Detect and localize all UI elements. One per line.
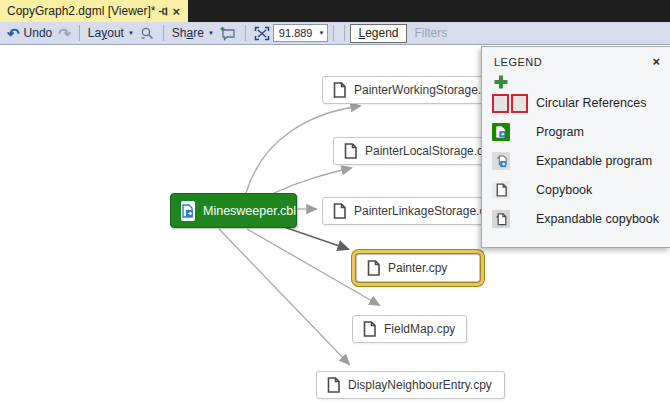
legend-title: LEGEND	[494, 56, 652, 68]
node-label: Minesweeper.cbl	[203, 204, 296, 218]
legend-item-expandable-copybook[interactable]: Expandable copybook	[492, 208, 670, 230]
graph-node-displayneighbourentry[interactable]: DisplayNeighbourEntry.cpy	[316, 371, 505, 399]
new-comment-button[interactable]	[220, 26, 237, 41]
document-tab-title: CopyGraph2.dgml [Viewer]*	[7, 4, 156, 18]
copybook-icon	[333, 203, 346, 219]
edge-minesweeper-displayneighbour	[219, 229, 349, 364]
program-icon	[181, 201, 195, 221]
expandable-copybook-icon	[492, 210, 536, 228]
legend-item-copybook[interactable]: Copybook	[492, 179, 670, 201]
zoom-combobox[interactable]: 91.889 ▼	[273, 24, 329, 42]
circular-references-icon	[492, 94, 536, 113]
legend-item-circular-references[interactable]: Circular References	[492, 92, 670, 114]
copybook-icon	[327, 377, 340, 393]
legend-item-expandable-program[interactable]: Expandable program	[492, 150, 670, 172]
legend-item-label: Expandable program	[536, 154, 652, 168]
zoom-to-code-button[interactable]	[140, 26, 155, 41]
toolbar-separator	[245, 25, 246, 41]
node-label: PainterLinkageStorage.cpy	[354, 204, 492, 218]
graph-node-minesweeper[interactable]: Minesweeper.cbl	[170, 193, 297, 228]
copybook-icon	[363, 321, 376, 337]
tab-strip: CopyGraph2.dgml [Viewer]* ×	[0, 0, 670, 22]
share-dropdown[interactable]: Share ▼	[172, 26, 214, 40]
legend-item-label: Expandable copybook	[536, 212, 659, 226]
node-label: Painter.cpy	[388, 261, 447, 275]
toolbar-separator	[333, 25, 334, 41]
node-label: DisplayNeighbourEntry.cpy	[348, 378, 492, 392]
copybook-icon	[344, 143, 357, 159]
copybook-icon	[367, 260, 380, 276]
document-tab[interactable]: CopyGraph2.dgml [Viewer]* ×	[0, 0, 188, 22]
graph-toolbar: ↶ Undo ↷ Layout ▼ Share ▼ 91.889 ▼	[0, 22, 670, 45]
redo-icon: ↷	[58, 26, 71, 41]
chevron-down-icon: ▼	[128, 30, 134, 36]
graph-node-painter[interactable]: Painter.cpy	[356, 254, 480, 282]
legend-item-label: Program	[536, 125, 584, 139]
node-label: PainterWorkingStorage.cpy	[354, 83, 492, 97]
copybook-icon	[492, 181, 536, 199]
toolbar-separator	[344, 25, 345, 41]
graph-node-painterworkingstorage[interactable]: PainterWorkingStorage.cpy	[322, 76, 492, 104]
graph-node-fieldmap[interactable]: FieldMap.cpy	[352, 315, 467, 343]
fit-to-page-icon[interactable]	[254, 26, 270, 41]
chevron-down-icon: ▼	[208, 30, 214, 36]
expandable-program-icon	[492, 152, 536, 170]
graph-node-painterlinkagestorage[interactable]: PainterLinkageStorage.cpy	[322, 197, 492, 225]
node-label: FieldMap.cpy	[384, 322, 455, 336]
layout-dropdown[interactable]: Layout ▼	[88, 26, 134, 40]
node-label: PainterLocalStorage.cpy	[365, 144, 491, 158]
undo-icon: ↶	[7, 26, 20, 41]
graph-node-painterlocalstorage[interactable]: PainterLocalStorage.cpy	[333, 137, 491, 165]
edge-minesweeper-painter	[284, 227, 348, 249]
legend-close-icon[interactable]: ×	[652, 55, 660, 68]
dgml-viewer-window: CopyGraph2.dgml [Viewer]* × ↶ Undo ↷ Lay…	[0, 0, 670, 407]
legend-toggle-button[interactable]: Legend	[350, 24, 406, 43]
pin-icon[interactable]	[158, 4, 169, 19]
program-icon	[492, 123, 536, 141]
undo-button[interactable]: ↶ Undo	[7, 26, 52, 41]
legend-add-button[interactable]	[493, 74, 509, 90]
edge-minesweeper-painterlocal	[274, 168, 351, 193]
chevron-down-icon: ▼	[319, 30, 325, 36]
legend-panel: LEGEND × Circular References Program	[481, 46, 670, 248]
undo-label: Undo	[24, 26, 53, 40]
toolbar-separator	[79, 25, 80, 41]
legend-item-label: Circular References	[536, 96, 646, 110]
redo-button[interactable]: ↷	[58, 26, 71, 41]
toolbar-separator	[163, 25, 164, 41]
zoom-value: 91.889	[279, 27, 313, 39]
copybook-icon	[333, 82, 346, 98]
filters-button[interactable]: Filters	[415, 26, 448, 40]
legend-item-label: Copybook	[536, 183, 592, 197]
close-icon[interactable]: ×	[171, 4, 182, 19]
legend-item-program[interactable]: Program	[492, 121, 670, 143]
